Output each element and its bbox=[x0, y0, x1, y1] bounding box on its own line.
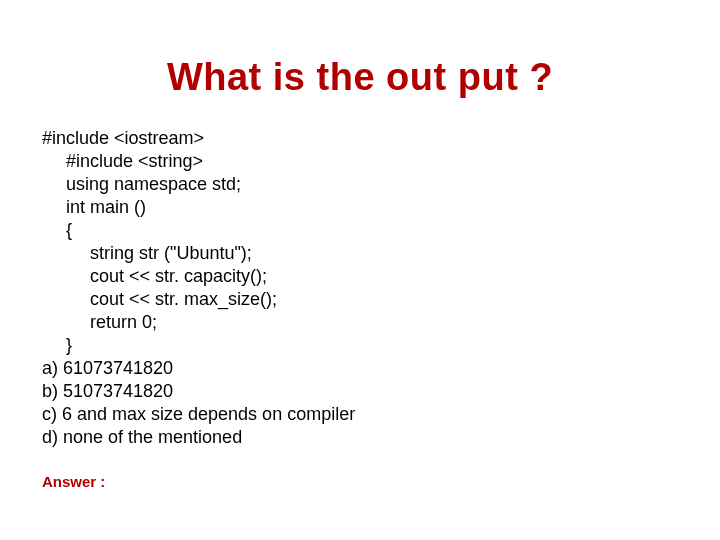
option-b: b) 51073741820 bbox=[42, 380, 680, 403]
slide-body: #include <iostream> #include <string> us… bbox=[0, 127, 720, 449]
code-line: { bbox=[42, 219, 680, 242]
code-line: #include <string> bbox=[42, 150, 680, 173]
option-c: c) 6 and max size depends on compiler bbox=[42, 403, 680, 426]
code-line: cout << str. max_size(); bbox=[42, 288, 680, 311]
option-d: d) none of the mentioned bbox=[42, 426, 680, 449]
slide-title: What is the out put ? bbox=[0, 0, 720, 127]
code-line: using namespace std; bbox=[42, 173, 680, 196]
code-line: return 0; bbox=[42, 311, 680, 334]
code-line: int main () bbox=[42, 196, 680, 219]
answer-label: Answer : bbox=[0, 473, 720, 490]
code-line: } bbox=[42, 334, 680, 357]
code-line: #include <iostream> bbox=[42, 127, 680, 150]
slide: What is the out put ? #include <iostream… bbox=[0, 0, 720, 540]
code-line: string str ("Ubuntu"); bbox=[42, 242, 680, 265]
code-line: cout << str. capacity(); bbox=[42, 265, 680, 288]
option-a: a) 61073741820 bbox=[42, 357, 680, 380]
